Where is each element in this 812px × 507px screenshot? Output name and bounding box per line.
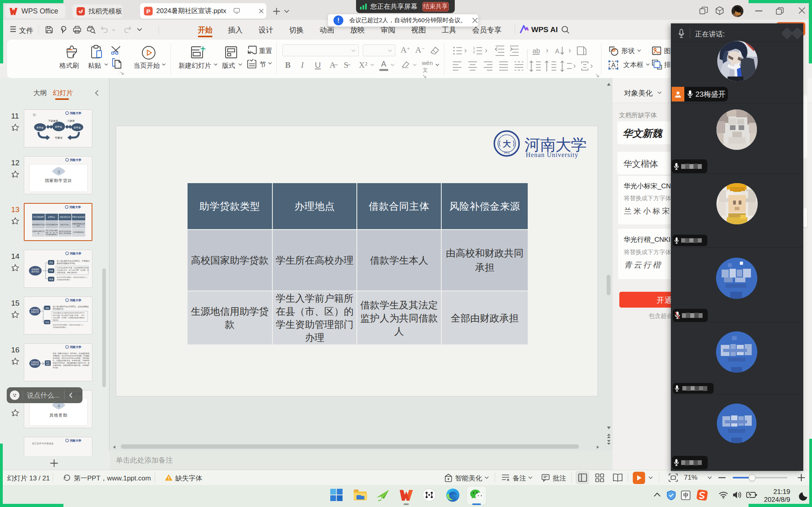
svg-text:2: 2	[473, 50, 475, 54]
svg-text:每人每年最高不超过12000元，优先办理家庭: 每人每年最高不超过12000元，优先办理家庭	[53, 305, 89, 308]
svg-text:毕业后由学生和家长（或其他法定监护人）: 毕业后由学生和家长（或其他法定监护人）	[53, 324, 84, 326]
svg-text:不能兼得: 不能兼得	[48, 119, 58, 122]
svg-text:提出申请（部分地区可在网上申请），用于: 提出申请（部分地区可在网上申请），用于	[53, 314, 85, 316]
svg-text:用助学贷: 用助学贷	[31, 311, 39, 314]
svg-text:毕业后由学生和家长（或其他法定监护人）: 毕业后由学生和家长（或其他法定监护人）	[57, 276, 88, 278]
svg-text:承担: 承担	[77, 225, 80, 227]
svg-text:用助学贷: 用助学贷	[31, 363, 39, 366]
svg-text:还款: 还款	[46, 361, 50, 364]
svg-text:助学金: 助学金	[74, 126, 81, 129]
svg-text:可兼得: 可兼得	[67, 119, 75, 122]
svg-text:共同承担还款责任。: 共同承担还款责任。	[53, 326, 68, 329]
svg-text:借款合同主体: 借款合同主体	[60, 216, 71, 218]
svg-text:助学贷款类型: 助学贷款类型	[33, 216, 44, 218]
svg-text:申请: 申请	[49, 270, 53, 272]
svg-text:3: 3	[57, 169, 60, 174]
svg-text:可兼得: 可兼得	[55, 136, 63, 140]
svg-text:每人每年最高不超过12000元，不得期科优先: 每人每年最高不超过12000元，不得期科优先	[57, 260, 90, 262]
svg-text:学生资助管理部门: 学生资助管理部门	[45, 233, 58, 235]
svg-text:共同承担还款责任。: 共同承担还款责任。	[57, 279, 72, 281]
svg-text:A: A	[611, 62, 616, 69]
svg-text:经济困难学生。: 经济困难学生。	[52, 308, 65, 310]
svg-text:发放: 发放	[49, 278, 53, 281]
svg-text:1912: 1912	[504, 151, 510, 155]
svg-text:额补贴。: 额补贴。	[53, 319, 60, 321]
svg-text:办理地点: 办理地点	[48, 216, 56, 218]
svg-text:全部由财政承担: 全部由财政承担	[73, 231, 84, 233]
svg-text:申请: 申请	[45, 321, 49, 323]
svg-text:助学金: 助学金	[55, 126, 62, 128]
svg-text:贷款: 贷款	[45, 307, 49, 310]
svg-text:贷款: 贷款	[49, 261, 53, 264]
svg-text:大: 大	[503, 140, 511, 148]
svg-text:风险补偿金来源: 风险补偿金来源	[72, 216, 85, 218]
svg-text:信记录。: 信记录。	[52, 367, 60, 369]
svg-text:助学贷款: 助学贷款	[31, 270, 39, 273]
svg-text:1: 1	[473, 46, 475, 50]
svg-text:A: A	[555, 48, 559, 55]
svg-text:学生所在高校办理: 学生所在高校办理	[45, 224, 58, 226]
svg-text:4: 4	[57, 403, 60, 408]
svg-text:P: P	[146, 8, 150, 14]
svg-text:ab: ab	[532, 47, 540, 55]
svg-text:家庭经济困难学生申请。: 家庭经济困难学生申请。	[57, 262, 77, 265]
svg-text:校期间利息，国家全额补贴。: 校期间利息，国家全额补贴。	[57, 272, 79, 274]
svg-text:奖学金: 奖学金	[36, 126, 44, 129]
